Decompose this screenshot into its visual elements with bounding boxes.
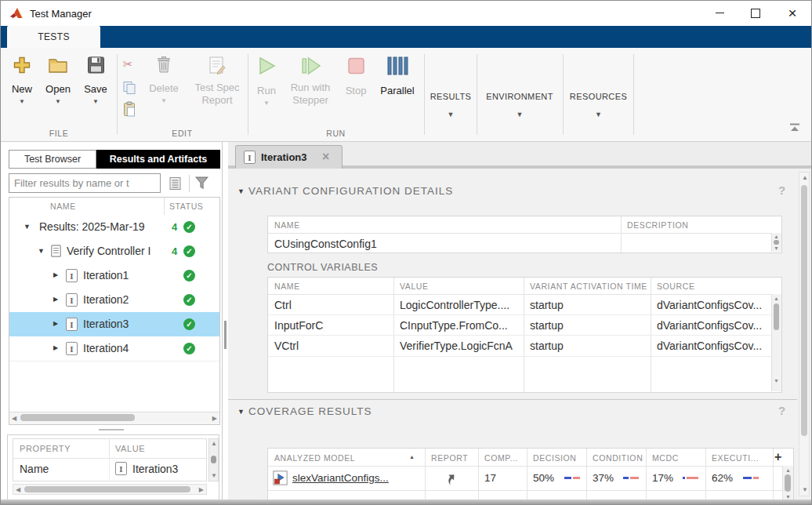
cut-icon[interactable]: ✂: [123, 57, 133, 71]
scroll-up-icon[interactable]: ▲: [785, 467, 791, 473]
expand-caret-icon[interactable]: ▼: [24, 223, 31, 231]
bar-covered: [683, 477, 685, 479]
section-collapse-icon[interactable]: ▼: [237, 409, 245, 416]
horizontal-splitter-handle[interactable]: [99, 429, 124, 431]
tree-horizontal-scrollbar[interactable]: ◀ ▶: [9, 412, 219, 424]
scroll-up-icon[interactable]: ▲: [774, 296, 779, 301]
simulink-model-icon: [273, 470, 288, 489]
iteration-icon: I: [66, 342, 78, 355]
minimize-button[interactable]: [706, 2, 733, 24]
table-scrollbar[interactable]: ▲ ▼: [771, 294, 781, 391]
scroll-left-icon[interactable]: ◀: [16, 487, 20, 493]
help-icon[interactable]: ?: [778, 183, 785, 197]
scroll-thumb[interactable]: [20, 414, 135, 421]
run-group-label: RUN: [248, 129, 424, 138]
delete-dropdown-icon: ▼: [161, 98, 167, 104]
document-tab-iteration3[interactable]: I Iteration3 ×: [235, 145, 343, 169]
scroll-right-icon[interactable]: ▶: [212, 416, 217, 422]
open-dropdown-icon[interactable]: ▼: [55, 99, 61, 105]
tree-row-test-file[interactable]: ▼ Verify Controller I 4 ✓: [9, 239, 219, 264]
save-icon: [87, 56, 105, 78]
parallel-icon: [386, 56, 409, 79]
collapse-caret-icon[interactable]: ▶: [53, 321, 58, 327]
properties-vertical-scrollbar[interactable]: ▲ ▼: [208, 438, 219, 481]
open-button[interactable]: Open ▼: [41, 56, 75, 105]
scroll-left-icon[interactable]: ◀: [12, 416, 16, 422]
mcdc-coverage-bar: [683, 477, 698, 479]
tree-row-results[interactable]: ▼ Results: 2025-Mar-19 4 ✓: [9, 215, 219, 240]
tree-row-iteration3[interactable]: ▶ I Iteration3 ✓: [9, 312, 219, 337]
scroll-right-icon[interactable]: ▶: [199, 487, 204, 493]
tree-row-iteration4[interactable]: ▶ I Iteration4 ✓: [9, 336, 219, 361]
collapse-caret-icon[interactable]: ▶: [53, 296, 58, 303]
vertical-splitter-handle[interactable]: [224, 321, 227, 349]
test-file-icon: [51, 245, 61, 260]
help-icon[interactable]: ?: [778, 404, 785, 417]
scroll-thumb[interactable]: [24, 486, 190, 492]
pass-status-icon: ✓: [183, 245, 195, 257]
scroll-thumb[interactable]: [774, 303, 779, 330]
bar-missed: [573, 477, 580, 479]
scroll-up-icon[interactable]: ▲: [774, 234, 779, 239]
scroll-down-icon[interactable]: ▼: [774, 378, 779, 383]
scroll-down-icon[interactable]: ▼: [802, 487, 808, 493]
report-jump-icon[interactable]: [444, 471, 457, 488]
scroll-up-icon[interactable]: ▲: [211, 441, 217, 447]
scroll-down-icon[interactable]: ▼: [785, 494, 791, 500]
scroll-thumb[interactable]: [774, 240, 779, 245]
property-column: PROPERTY: [20, 444, 71, 453]
report-list-icon[interactable]: [169, 176, 183, 194]
results-gallery-button[interactable]: RESULTS ▼: [425, 48, 477, 134]
pass-status-icon: ✓: [183, 221, 195, 233]
section-collapse-icon[interactable]: ▼: [237, 188, 245, 195]
table-scrollbar[interactable]: ▲ ▼: [771, 233, 781, 252]
results-tree: NAME STATUS ▼ Results: 2025-Mar-19 4 ✓ ▼…: [9, 197, 220, 425]
analyzed-model-link[interactable]: slexVariantConfigs...: [292, 472, 389, 484]
table-scrollbar[interactable]: ▲ ▼: [782, 466, 793, 500]
tab-close-icon[interactable]: ×: [322, 150, 329, 164]
parallel-button[interactable]: Parallel: [379, 56, 416, 97]
table-row[interactable]: InputForC CInputType.FromCo... startup d…: [268, 314, 771, 336]
table-row[interactable]: Ctrl LogicControllerType.... startup dVa…: [268, 294, 771, 315]
filter-results-input[interactable]: [9, 173, 161, 193]
run-button: Run ▼: [249, 56, 284, 107]
copy-icon[interactable]: [122, 81, 136, 98]
save-button[interactable]: Save ▼: [78, 56, 113, 105]
close-button[interactable]: ×: [779, 2, 806, 24]
tree-column-status: STATUS: [169, 202, 203, 211]
property-row[interactable]: Name I Iteration3: [13, 458, 206, 480]
tab-test-browser[interactable]: Test Browser: [9, 150, 96, 169]
tab-tests[interactable]: TESTS: [7, 26, 100, 48]
maximize-button[interactable]: [742, 2, 769, 24]
coverage-row[interactable]: slexVariantConfigs... 17 50% 37% 17% 62%: [268, 466, 782, 491]
properties-horizontal-scrollbar[interactable]: ◀ ▶: [13, 484, 207, 495]
tree-row-iteration1[interactable]: ▶ I Iteration1 ✓: [9, 263, 219, 289]
new-button[interactable]: New ▼: [5, 56, 39, 105]
environment-gallery-button[interactable]: ENVIRONMENT ▼: [477, 48, 562, 134]
scroll-thumb[interactable]: [801, 185, 807, 436]
resources-gallery-button[interactable]: RESOURCES ▼: [564, 48, 633, 134]
properties-header: PROPERTY VALUE: [13, 439, 206, 459]
scroll-down-icon[interactable]: ▼: [774, 245, 779, 251]
collapse-ribbon-icon[interactable]: [789, 122, 800, 136]
properties-table: PROPERTY VALUE Name I Iteration3: [13, 438, 207, 481]
add-column-icon[interactable]: +: [774, 450, 781, 464]
filter-funnel-icon[interactable]: [194, 176, 209, 194]
scroll-up-icon[interactable]: ▲: [802, 175, 808, 181]
scroll-thumb[interactable]: [211, 456, 216, 463]
save-dropdown-icon[interactable]: ▼: [92, 99, 99, 105]
paste-icon[interactable]: [122, 101, 136, 120]
window-bottom-edge: [1, 500, 811, 504]
tree-row-iteration2[interactable]: ▶ I Iteration2 ✓: [9, 288, 219, 313]
table-row[interactable]: VCtrl VerifierType.LogicFcnA startup dVa…: [268, 335, 771, 357]
scroll-thumb[interactable]: [785, 474, 791, 492]
table-row[interactable]: CUsingConstConfig1: [268, 233, 771, 253]
expand-caret-icon[interactable]: ▼: [38, 248, 45, 255]
collapse-caret-icon[interactable]: ▶: [53, 345, 58, 351]
main-vertical-scrollbar[interactable]: ▲ ▼: [799, 172, 810, 496]
new-dropdown-icon[interactable]: ▼: [19, 99, 25, 105]
scroll-down-icon[interactable]: ▼: [211, 473, 217, 479]
collapse-caret-icon[interactable]: ▶: [53, 272, 58, 278]
sort-ascending-icon[interactable]: ▲: [409, 454, 415, 460]
tab-results-and-artifacts[interactable]: Results and Artifacts: [96, 150, 220, 169]
